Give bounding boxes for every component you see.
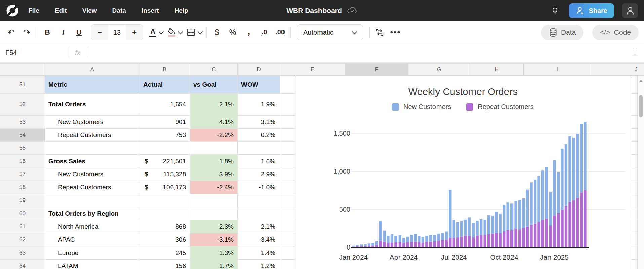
cell-B54[interactable]: 753 bbox=[140, 129, 190, 142]
document-title[interactable]: WBR Dashboard bbox=[286, 7, 342, 15]
cell-B51[interactable]: Actual bbox=[140, 76, 190, 94]
more-options-button[interactable]: ••• bbox=[390, 25, 401, 39]
cell-A63[interactable]: Europe bbox=[45, 246, 140, 260]
data-panel-button[interactable]: Data bbox=[541, 25, 583, 40]
cell-A54[interactable]: Repeat Customers bbox=[45, 129, 140, 142]
cell-A59[interactable] bbox=[45, 194, 140, 207]
cell-D55[interactable] bbox=[238, 142, 280, 155]
cell-C58[interactable]: -2.4% bbox=[190, 181, 238, 194]
column-header-G[interactable]: G bbox=[408, 64, 470, 75]
cell-A55[interactable] bbox=[45, 142, 140, 155]
cell-C62[interactable]: -3.1% bbox=[190, 233, 238, 246]
cell-A56[interactable]: Gross Sales bbox=[45, 155, 140, 168]
chart-panel[interactable]: 05001,0001,500Jan 2024Apr 2024Jul 2024Oc… bbox=[295, 76, 631, 269]
cell-D56[interactable]: 1.6% bbox=[238, 155, 280, 168]
menu-insert[interactable]: Insert bbox=[142, 7, 159, 14]
cell-C51[interactable]: vs Goal bbox=[190, 76, 238, 94]
cell-D62[interactable]: -3.4% bbox=[238, 233, 280, 246]
cell-C63[interactable]: 1.3% bbox=[190, 246, 238, 260]
row-header-53[interactable]: 53 bbox=[0, 116, 45, 129]
cell-A51[interactable]: Metric bbox=[45, 76, 140, 94]
menu-view[interactable]: View bbox=[82, 7, 97, 14]
font-size-value[interactable]: 13 bbox=[108, 25, 126, 40]
row-header-56[interactable]: 56 bbox=[0, 155, 45, 168]
cell-C55[interactable] bbox=[190, 142, 238, 155]
cell-A61[interactable]: North America bbox=[45, 220, 140, 233]
text-color-button[interactable]: A bbox=[149, 25, 163, 39]
cell-B52[interactable]: 1,654 bbox=[140, 94, 190, 116]
cell-C53[interactable]: 4.1% bbox=[190, 116, 238, 129]
tips-button[interactable] bbox=[549, 5, 561, 17]
row-header-64[interactable]: 64 bbox=[0, 260, 45, 269]
cell-D63[interactable]: 1.4% bbox=[238, 246, 280, 260]
swap-range-button[interactable] bbox=[374, 25, 385, 39]
column-header-I[interactable]: I bbox=[524, 64, 591, 75]
cell-D53[interactable]: 3.1% bbox=[238, 116, 280, 129]
column-header-H[interactable]: H bbox=[470, 64, 524, 75]
increase-decimal-button[interactable]: .00→ bbox=[274, 25, 286, 39]
cell-C57[interactable]: 3.9% bbox=[190, 168, 238, 181]
cell-D59[interactable] bbox=[238, 194, 280, 207]
bold-button[interactable]: B bbox=[42, 25, 53, 39]
redo-button[interactable]: ↷ bbox=[21, 25, 33, 39]
scroll-up-arrow[interactable] bbox=[639, 80, 643, 82]
cell-D54[interactable]: 0.2% bbox=[238, 129, 280, 142]
column-header-D[interactable]: D bbox=[238, 64, 280, 75]
column-header-A[interactable]: A bbox=[45, 64, 140, 75]
expand-formula-bar-button[interactable] bbox=[635, 50, 635, 56]
cell-B60[interactable] bbox=[140, 207, 190, 220]
cell-A58[interactable]: Repeat Customers bbox=[45, 181, 140, 194]
undo-button[interactable]: ↶ bbox=[5, 25, 17, 39]
cell-B56[interactable]: $221,501 bbox=[140, 155, 190, 168]
share-button[interactable]: Share bbox=[569, 3, 614, 18]
row-header-63[interactable]: 63 bbox=[0, 246, 45, 260]
cell-B55[interactable] bbox=[140, 142, 190, 155]
cell-A57[interactable]: New Customers bbox=[45, 168, 140, 181]
cell-C56[interactable]: 1.8% bbox=[190, 155, 238, 168]
italic-button[interactable]: I bbox=[58, 25, 69, 39]
row-header-59[interactable]: 59 bbox=[0, 194, 45, 207]
cell-D61[interactable]: 2.1% bbox=[238, 220, 280, 233]
row-header-54[interactable]: 54 bbox=[0, 129, 45, 142]
cell-C52[interactable]: 2.1% bbox=[190, 94, 238, 116]
select-all-corner[interactable] bbox=[0, 64, 45, 75]
scrollbar-thumb[interactable] bbox=[639, 95, 643, 117]
cell-B57[interactable]: $115,328 bbox=[140, 168, 190, 181]
cell-B53[interactable]: 901 bbox=[140, 116, 190, 129]
cell-A60[interactable]: Total Orders by Region bbox=[45, 207, 140, 220]
cell-C60[interactable] bbox=[190, 207, 238, 220]
row-header-62[interactable]: 62 bbox=[0, 233, 45, 246]
cell-B58[interactable]: $106,173 bbox=[140, 181, 190, 194]
number-format-dropdown[interactable]: Automatic bbox=[297, 24, 363, 40]
currency-format-button[interactable]: $ bbox=[211, 25, 223, 39]
formula-input[interactable] bbox=[87, 43, 635, 62]
menu-edit[interactable]: Edit bbox=[55, 7, 67, 14]
fill-color-button[interactable] bbox=[167, 25, 182, 39]
cell-A64[interactable]: LATAM bbox=[45, 260, 140, 269]
borders-button[interactable] bbox=[187, 25, 202, 39]
column-header-E[interactable]: E bbox=[280, 64, 345, 75]
cell-A52[interactable]: Total Orders bbox=[45, 94, 140, 116]
avatar-button[interactable] bbox=[622, 3, 638, 18]
cell-B59[interactable] bbox=[140, 194, 190, 207]
code-panel-button[interactable]: </> Code bbox=[592, 25, 639, 40]
app-logo[interactable] bbox=[6, 4, 19, 17]
cell-C64[interactable]: 1.7% bbox=[190, 260, 238, 269]
cell-A53[interactable]: New Customers bbox=[45, 116, 140, 129]
cell-B62[interactable]: 306 bbox=[140, 233, 190, 246]
column-header-B[interactable]: B bbox=[140, 64, 190, 75]
cell-D58[interactable]: -1.0% bbox=[238, 181, 280, 194]
increase-font-size-button[interactable]: + bbox=[126, 25, 143, 40]
comma-format-button[interactable]: , bbox=[243, 25, 254, 39]
cell-B61[interactable]: 868 bbox=[140, 220, 190, 233]
row-header-61[interactable]: 61 bbox=[0, 220, 45, 233]
cell-D57[interactable]: 2.9% bbox=[238, 168, 280, 181]
cell-D51[interactable]: WOW bbox=[238, 76, 280, 94]
menu-file[interactable]: File bbox=[28, 7, 39, 14]
cell-D60[interactable] bbox=[238, 207, 280, 220]
underline-button[interactable]: U bbox=[73, 25, 85, 39]
percent-format-button[interactable]: % bbox=[227, 25, 238, 39]
menu-help[interactable]: Help bbox=[175, 7, 188, 14]
row-header-60[interactable]: 60 bbox=[0, 207, 45, 220]
cell-A62[interactable]: APAC bbox=[45, 233, 140, 246]
